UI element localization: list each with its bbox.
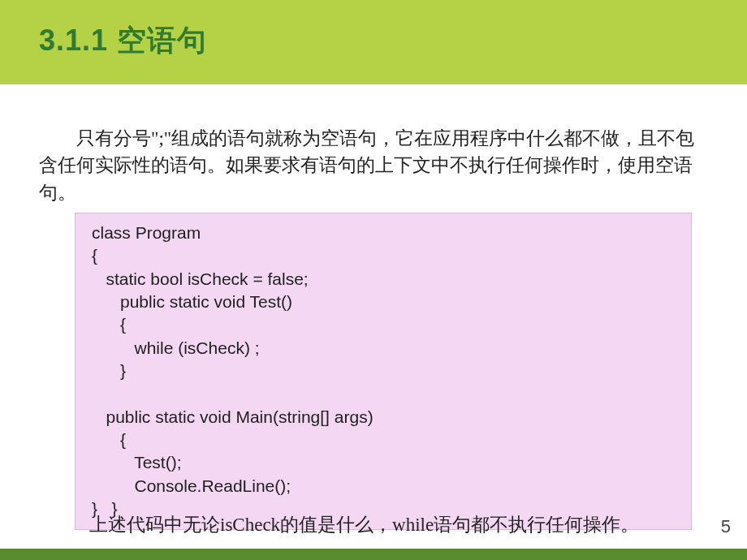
- content-area: 只有分号";"组成的语句就称为空语句，它在应用程序中什么都不做，且不包含任何实际…: [0, 84, 747, 530]
- slide-title: 3.1.1 空语句: [39, 21, 207, 61]
- page-number: 5: [721, 516, 731, 537]
- code-block: class Program { static bool isCheck = fa…: [75, 213, 692, 529]
- header-band: 3.1.1 空语句: [0, 0, 747, 84]
- body-paragraph: 只有分号";"组成的语句就称为空语句，它在应用程序中什么都不做，且不包含任何实际…: [39, 125, 708, 206]
- footer-note: 上述代码中无论isCheck的值是什么，while语句都不执行任何操作。: [52, 512, 639, 537]
- bottom-bar: [0, 549, 747, 560]
